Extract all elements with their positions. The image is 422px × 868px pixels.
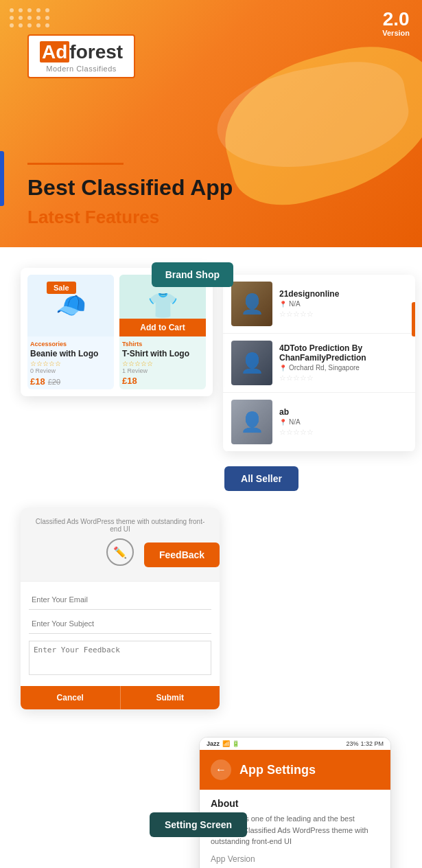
product-stars-1: ☆☆☆☆☆ [30, 360, 111, 367]
feedback-area: Classified Ads WordPress theme with outs… [0, 508, 422, 709]
seller-location-1: 📍 N/A [279, 300, 407, 308]
time-display: 1:32 PM [360, 740, 384, 747]
battery-percent: 23% [346, 740, 358, 747]
seller-location-2: 📍 Orchard Rd, Singapore [279, 364, 407, 372]
seller-name-1: 21designonline [279, 289, 407, 299]
logo-tagline: Modern Classifieds [40, 65, 123, 73]
seller-avatar-3: 👤 [231, 400, 272, 444]
location-icon-1: 📍 [279, 301, 287, 308]
product-price-1: £18 [30, 376, 45, 387]
header-section: 2.0 Version Adforest Modern Classifieds … [0, 0, 422, 247]
seller-stars-1: ☆☆☆☆☆ [279, 310, 407, 319]
settings-area: Setting Screen Jazz 📶 🔋 23% 1:32 PM ← Ap… [0, 737, 422, 868]
product-cards-container: Sale Brand Shop 🧢 Accessories Beanie wit… [21, 268, 213, 396]
product-reviews-2: 1 Review [122, 367, 203, 374]
carrier-label: Jazz [207, 740, 220, 747]
location-icon-3: 📍 [279, 419, 287, 426]
logo-container: Adforest Modern Classifieds [27, 34, 135, 78]
setting-screen-badge: Setting Screen [150, 812, 247, 837]
left-accent-bar [0, 151, 4, 206]
logo-text: Adforest [40, 41, 123, 63]
phone-status-bar: Jazz 📶 🔋 23% 1:32 PM [200, 738, 390, 750]
carrier-icons: 📶 🔋 [222, 740, 239, 747]
status-left: Jazz 📶 🔋 [207, 740, 239, 747]
product-name-2: T-Shirt with Logo [122, 349, 203, 358]
product-name-1: Beanie with Logo [30, 349, 111, 358]
header-title: Best Classified App [27, 175, 233, 201]
app-version-label: App Version [211, 854, 379, 864]
email-field[interactable] [29, 590, 211, 610]
orange-accent-bar [412, 302, 415, 336]
product-old-price-1: £20 [48, 378, 60, 386]
sale-badge: Sale [47, 282, 76, 294]
product-reviews-1: 0 Review [30, 367, 111, 374]
form-body [21, 582, 220, 686]
seller-info-3: ab 📍 N/A ☆☆☆☆☆ [279, 407, 407, 437]
seller-stars-3: ☆☆☆☆☆ [279, 428, 407, 437]
submit-button[interactable]: Submit [120, 686, 220, 709]
add-to-cart-button[interactable]: Add to Cart [119, 319, 206, 336]
seller-name-3: ab [279, 407, 407, 417]
seller-item[interactable]: 👤 21designonline 📍 N/A ☆☆☆☆☆ [223, 275, 415, 334]
seller-avatar-1: 👤 [231, 282, 272, 326]
about-title: About [211, 798, 379, 809]
seller-stars-2: ☆☆☆☆☆ [279, 374, 407, 382]
features-section: Sale Brand Shop 🧢 Accessories Beanie wit… [0, 247, 422, 868]
feedback-badge: FeedBack [144, 542, 220, 567]
product-card-2[interactable]: 👕 Add to Cart Tshirts T-Shirt with Logo … [119, 275, 206, 389]
seller-list: 👤 21designonline 📍 N/A ☆☆☆☆☆ 👤 [223, 275, 415, 452]
brand-shop-badge: Brand Shop [152, 262, 233, 287]
decorative-dots [10, 8, 51, 27]
app-settings-title: App Settings [239, 763, 316, 777]
product-category-1: Accessories [30, 341, 111, 347]
location-icon-2: 📍 [279, 365, 287, 372]
feedback-textarea[interactable] [29, 641, 211, 675]
app-settings-header: ← App Settings [200, 750, 390, 790]
product-stars-2: ☆☆☆☆☆ [122, 360, 203, 367]
cancel-button[interactable]: Cancel [21, 686, 120, 709]
all-seller-badge[interactable]: All Seller [224, 466, 298, 491]
seller-info-1: 21designonline 📍 N/A ☆☆☆☆☆ [279, 289, 407, 319]
logo-ad: Ad [40, 41, 69, 62]
form-buttons: Cancel Submit [21, 686, 220, 709]
settings-phone-card: Jazz 📶 🔋 23% 1:32 PM ← App Settings Abou… [199, 737, 391, 868]
status-right: 23% 1:32 PM [346, 740, 384, 747]
seller-item[interactable]: 👤 ab 📍 N/A ☆☆☆☆☆ [223, 393, 415, 452]
product-category-2: Tshirts [122, 341, 203, 347]
edit-icon: ✏️ [106, 538, 134, 566]
logo-forest: forest [69, 41, 123, 62]
seller-avatar-2: 👤 [231, 341, 272, 385]
seller-item[interactable]: 👤 4DToto Prediction By ChanFamilyPredict… [223, 334, 415, 393]
seller-name-2: 4DToto Prediction By ChanFamilyPredictio… [279, 343, 407, 363]
header-subtitle: Latest Features [27, 207, 159, 228]
header-divider [27, 163, 124, 165]
seller-location-3: 📍 N/A [279, 418, 407, 426]
feedback-form-card: Classified Ads WordPress theme with outs… [21, 508, 220, 709]
seller-info-2: 4DToto Prediction By ChanFamilyPredictio… [279, 343, 407, 382]
back-button[interactable]: ← [211, 760, 231, 780]
version-badge: 2.0 Version [382, 10, 410, 37]
shop-cards-area: Sale Brand Shop 🧢 Accessories Beanie wit… [0, 261, 422, 467]
subject-field[interactable] [29, 614, 211, 634]
form-header-text: Classified Ads WordPress theme with outs… [30, 518, 210, 533]
product-price-2: £18 [122, 376, 137, 386]
